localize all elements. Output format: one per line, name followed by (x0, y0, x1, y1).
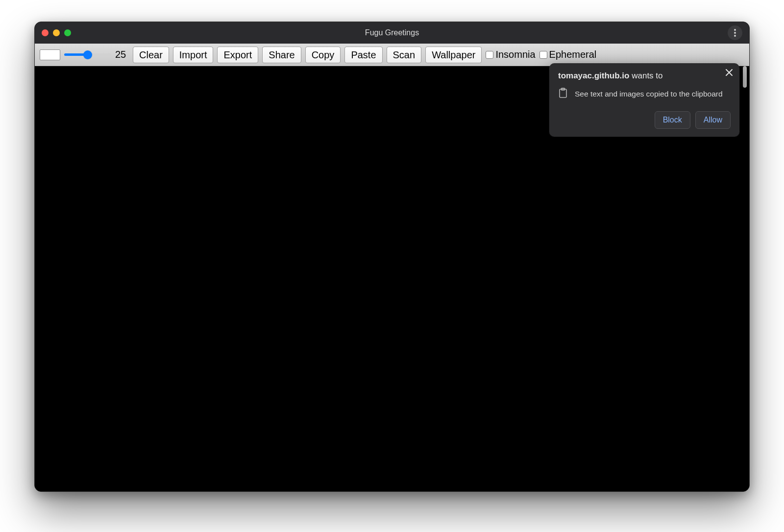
permission-request-row: See text and images copied to the clipbo… (558, 88, 731, 100)
close-icon (726, 69, 733, 76)
svg-point-1 (734, 32, 736, 34)
permission-actions: Block Allow (558, 111, 731, 129)
brush-size-slider[interactable] (64, 53, 111, 56)
window-zoom-button[interactable] (64, 29, 71, 36)
close-button[interactable] (723, 66, 735, 79)
insomnia-toggle-group: Insomnia (486, 49, 535, 60)
import-button[interactable]: Import (173, 47, 214, 63)
ephemeral-label: Ephemeral (549, 49, 597, 60)
slider-track (64, 53, 111, 56)
wallpaper-button[interactable]: Wallpaper (425, 47, 482, 63)
titlebar: Fugu Greetings (35, 22, 749, 44)
export-button[interactable]: Export (217, 47, 258, 63)
slider-thumb[interactable] (83, 50, 92, 59)
svg-point-0 (734, 29, 736, 31)
insomnia-checkbox[interactable] (486, 51, 493, 59)
window-close-button[interactable] (42, 29, 49, 36)
copy-button[interactable]: Copy (305, 47, 341, 63)
toolbar-scroll-indicator[interactable] (743, 66, 747, 88)
share-button[interactable]: Share (262, 47, 301, 63)
brush-size-value: 25 (115, 49, 129, 60)
window-menu-button[interactable] (728, 25, 742, 40)
allow-button[interactable]: Allow (695, 111, 731, 129)
clear-button[interactable]: Clear (133, 47, 169, 63)
traffic-lights (42, 29, 71, 36)
permission-prompt: tomayac.github.io wants to See text and … (549, 63, 739, 137)
scan-button[interactable]: Scan (387, 47, 422, 63)
ephemeral-toggle-group: Ephemeral (539, 49, 597, 60)
permission-title: tomayac.github.io wants to (558, 71, 731, 81)
more-vertical-icon (734, 29, 736, 37)
permission-origin: tomayac.github.io (558, 71, 629, 80)
window-minimize-button[interactable] (53, 29, 60, 36)
block-button[interactable]: Block (655, 111, 690, 129)
app-window: Fugu Greetings 25 Clear Import Export Sh… (34, 22, 750, 492)
paste-button[interactable]: Paste (344, 47, 382, 63)
color-picker-swatch[interactable] (40, 49, 60, 60)
clipboard-icon (558, 88, 568, 100)
ephemeral-checkbox[interactable] (539, 51, 547, 59)
permission-request-text: See text and images copied to the clipbo… (575, 90, 723, 98)
svg-point-2 (734, 35, 736, 37)
insomnia-label: Insomnia (495, 49, 535, 60)
window-title: Fugu Greetings (35, 28, 749, 37)
